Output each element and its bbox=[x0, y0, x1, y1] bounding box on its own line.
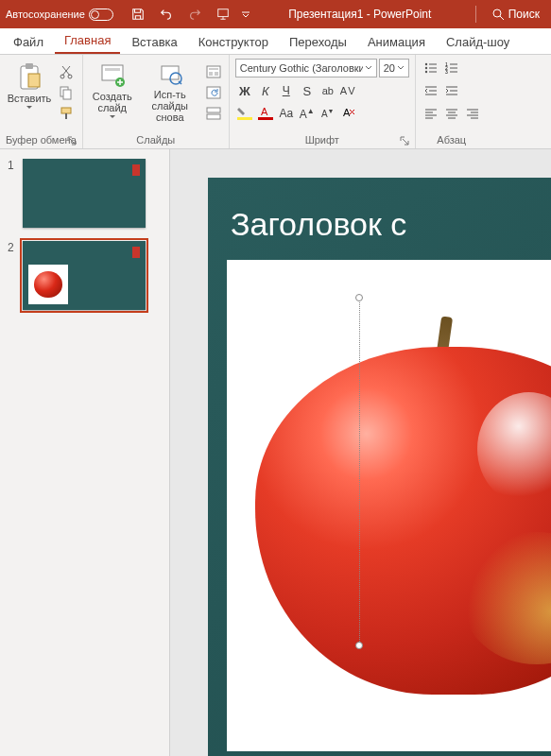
decrease-indent-button[interactable] bbox=[422, 81, 440, 100]
svg-rect-11 bbox=[105, 68, 120, 71]
redo-icon[interactable] bbox=[185, 5, 204, 24]
strikethrough-button[interactable]: S bbox=[298, 81, 317, 100]
search-icon bbox=[492, 9, 505, 21]
reuse-slides-icon bbox=[158, 62, 182, 87]
cut-icon[interactable] bbox=[57, 62, 76, 81]
search-label: Поиск bbox=[508, 8, 540, 21]
italic-button[interactable]: К bbox=[256, 81, 275, 100]
group-label-paragraph: Абзац bbox=[422, 132, 482, 148]
thumbnail-image-icon bbox=[28, 265, 68, 304]
undo-icon[interactable] bbox=[157, 5, 176, 24]
align-left-button[interactable] bbox=[422, 104, 440, 123]
svg-point-28 bbox=[425, 71, 427, 73]
layout-icon[interactable] bbox=[204, 62, 223, 81]
change-case-button[interactable]: Aa bbox=[277, 104, 296, 123]
qat-dropdown-icon[interactable] bbox=[242, 10, 250, 18]
shadow-button[interactable]: ab bbox=[319, 81, 337, 100]
tab-home[interactable]: Главная bbox=[55, 27, 120, 54]
group-clipboard: Вставить Буфер обмена bbox=[0, 55, 83, 148]
chevron-down-icon bbox=[26, 106, 32, 110]
autosave-label: Автосохранение bbox=[6, 9, 85, 20]
reuse-slides-label: Исп-ть слайды снова bbox=[140, 89, 200, 123]
group-label-slides: Слайды bbox=[89, 132, 223, 148]
font-color-button[interactable]: A bbox=[256, 104, 275, 123]
clipboard-icon bbox=[17, 62, 42, 91]
tab-design[interactable]: Конструктор bbox=[189, 29, 278, 54]
svg-rect-21 bbox=[207, 114, 220, 119]
slide-picture[interactable] bbox=[227, 260, 551, 751]
selection-handle[interactable] bbox=[355, 294, 363, 301]
increase-font-button[interactable]: A▲ bbox=[298, 104, 317, 123]
new-slide-label: Создать слайд bbox=[89, 91, 136, 113]
align-center-button[interactable] bbox=[442, 104, 461, 123]
svg-rect-20 bbox=[207, 108, 220, 112]
slide-marker-icon bbox=[132, 164, 140, 176]
quick-access-toolbar bbox=[129, 5, 250, 24]
dialog-launcher-icon[interactable] bbox=[400, 136, 409, 146]
slide-canvas[interactable]: Заголовок с bbox=[170, 149, 551, 756]
thumbnail-item[interactable]: 1 bbox=[8, 159, 162, 228]
new-slide-button[interactable]: Создать слайд bbox=[89, 59, 136, 123]
tab-transitions[interactable]: Переходы bbox=[280, 29, 356, 54]
character-spacing-button[interactable]: AV bbox=[339, 81, 358, 100]
chevron-down-icon bbox=[110, 115, 115, 119]
decrease-font-button[interactable]: A▼ bbox=[319, 104, 337, 123]
slide-thumbnail-panel: 1 2 bbox=[0, 149, 170, 756]
autosave-toggle[interactable]: Автосохранение bbox=[6, 9, 113, 21]
font-size-selector[interactable]: 20 bbox=[379, 59, 409, 77]
increase-indent-button[interactable] bbox=[442, 81, 461, 100]
underline-button[interactable]: Ч bbox=[277, 81, 296, 100]
paste-button[interactable]: Вставить bbox=[6, 59, 53, 113]
group-font: Century Gothic (Заголовки) 20 Ж К Ч S ab… bbox=[230, 55, 416, 148]
save-icon[interactable] bbox=[129, 5, 147, 24]
slide-marker-icon bbox=[132, 247, 140, 258]
bullets-button[interactable] bbox=[422, 59, 440, 77]
numbering-button[interactable]: 123 bbox=[442, 59, 461, 77]
svg-rect-18 bbox=[215, 72, 218, 76]
format-painter-icon[interactable] bbox=[57, 104, 76, 123]
svg-text:3: 3 bbox=[445, 69, 448, 75]
selection-handle[interactable] bbox=[355, 642, 363, 649]
svg-rect-3 bbox=[26, 63, 33, 69]
slide-title-text[interactable]: Заголовок с bbox=[231, 206, 551, 243]
svg-point-1 bbox=[493, 9, 501, 17]
new-slide-icon bbox=[99, 62, 126, 89]
svg-rect-17 bbox=[209, 72, 213, 76]
reuse-slides-button[interactable]: Исп-ть слайды снова bbox=[140, 59, 200, 127]
slideshow-from-start-icon[interactable] bbox=[214, 5, 232, 24]
highlight-color-button[interactable] bbox=[235, 104, 254, 123]
dialog-launcher-icon[interactable] bbox=[67, 136, 77, 146]
svg-text:A: A bbox=[261, 106, 268, 117]
work-area: 1 2 Заголовок с bbox=[0, 149, 551, 756]
search-box[interactable]: Поиск bbox=[487, 6, 545, 23]
thumbnail-preview bbox=[23, 241, 146, 310]
ribbon-tabs: Файл Главная Вставка Конструктор Переход… bbox=[0, 28, 551, 55]
thumbnail-preview bbox=[23, 159, 146, 228]
font-size-value: 20 bbox=[384, 62, 395, 74]
paste-label: Вставить bbox=[8, 93, 52, 104]
slide[interactable]: Заголовок с bbox=[208, 178, 551, 756]
svg-rect-8 bbox=[63, 90, 71, 99]
font-family-selector[interactable]: Century Gothic (Заголовки) bbox=[235, 59, 377, 77]
copy-icon[interactable] bbox=[57, 83, 76, 102]
tab-animations[interactable]: Анимация bbox=[358, 29, 435, 54]
reset-icon[interactable] bbox=[204, 83, 223, 102]
apple-image bbox=[255, 317, 551, 695]
group-slides: Создать слайд Исп-ть слайды снова Слайды bbox=[83, 55, 230, 148]
tab-file[interactable]: Файл bbox=[4, 29, 53, 54]
chevron-down-icon bbox=[397, 65, 405, 71]
svg-rect-24 bbox=[258, 117, 273, 120]
tab-slideshow[interactable]: Слайд-шоу bbox=[437, 29, 519, 54]
group-label-clipboard: Буфер обмена bbox=[6, 132, 77, 148]
clear-formatting-button[interactable]: A bbox=[339, 104, 358, 123]
section-icon[interactable] bbox=[204, 104, 223, 123]
tab-insert[interactable]: Вставка bbox=[122, 29, 186, 54]
thumbnail-item[interactable]: 2 bbox=[8, 241, 162, 310]
svg-point-26 bbox=[425, 63, 427, 65]
toggle-switch-icon bbox=[89, 9, 113, 21]
chevron-down-icon bbox=[365, 65, 372, 71]
bold-button[interactable]: Ж bbox=[235, 81, 254, 100]
svg-rect-9 bbox=[61, 108, 71, 113]
svg-rect-19 bbox=[207, 87, 220, 98]
align-right-button[interactable] bbox=[463, 104, 482, 123]
